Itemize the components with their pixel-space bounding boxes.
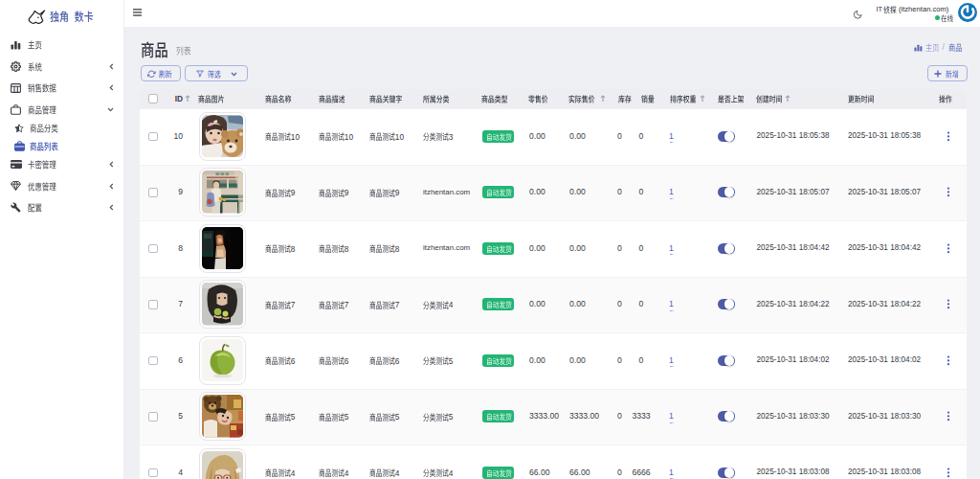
svg-text:10 10 10: 10 10 10 xyxy=(215,172,229,176)
